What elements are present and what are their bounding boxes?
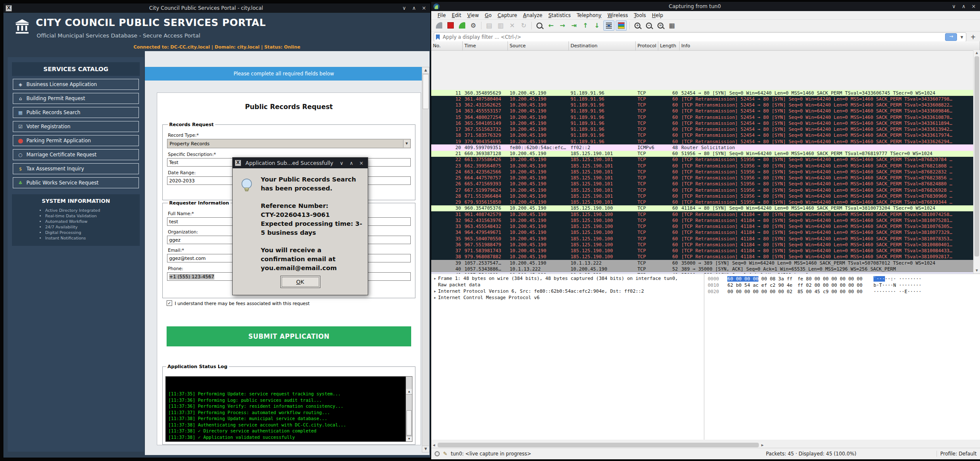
packet-list-header[interactable]: No.TimeSourceDestinationProtocolLengthIn…	[431, 41, 980, 51]
packet-row[interactable]: 24663.42356256610.200.45.190185.125.190.…	[431, 169, 974, 175]
scroll-down-icon[interactable]: ▼	[422, 446, 429, 452]
packet-list-scrollbar[interactable]: ▲ ▼	[973, 50, 980, 274]
packet-row[interactable]: 29679.93561585010.200.45.190185.125.190.…	[431, 199, 974, 205]
column-header-time[interactable]: Time	[463, 41, 508, 50]
detail-row[interactable]: ▸Frame 1: 48 bytes on wire (384 bits), 4…	[432, 276, 704, 282]
expand-arrow-icon[interactable]	[432, 282, 438, 288]
submit-application-button[interactable]: SUBMIT APPLICATION	[167, 326, 411, 346]
zoom-original-icon[interactable]: =	[655, 21, 666, 30]
sidebar-item-tax-assessment-inquiry[interactable]: $Tax Assessment Inquiry	[13, 163, 139, 174]
ok-button[interactable]: OK	[280, 276, 320, 288]
packet-row[interactable]: 16365.50410514910.200.45.19091.189.91.96…	[431, 120, 974, 126]
display-filter-box[interactable]: → ▼	[434, 32, 966, 42]
packet-row[interactable]: 12361.40758040410.200.45.19091.189.91.96…	[431, 96, 974, 102]
terminal-scroll-up-icon[interactable]: ▲	[406, 389, 412, 395]
main-scrollbar[interactable]: ▲ ▼	[422, 67, 429, 452]
hscroll-right-icon[interactable]: ▶	[760, 444, 765, 447]
add-filter-button-icon[interactable]: +	[968, 33, 977, 41]
expand-arrow-icon[interactable]: ▸	[432, 295, 438, 301]
packet-row[interactable]: 19379.90435469510.200.45.19091.189.91.96…	[431, 138, 974, 144]
capture-options-icon[interactable]: ⚙	[468, 21, 478, 30]
zoom-out-icon[interactable]: −	[644, 21, 654, 30]
packet-row[interactable]: 21660.36938712810.200.45.190185.125.190.…	[431, 151, 974, 157]
menu-item-telephony[interactable]: Telephony	[574, 12, 604, 18]
minimize-icon[interactable]: ∨	[402, 5, 406, 11]
hscroll-left-icon[interactable]: ◀	[431, 444, 437, 447]
packet-row[interactable]: 28671.55196648410.200.45.190185.125.190.…	[431, 193, 974, 199]
resize-columns-icon[interactable]: ▦	[667, 21, 677, 30]
go-first-icon[interactable]: ↑	[580, 21, 591, 30]
menu-item-tools[interactable]: Tools	[631, 12, 649, 18]
detail-row[interactable]: ▸Internet Control Message Protocol v6	[432, 295, 704, 301]
ws-close-icon[interactable]: ×	[971, 3, 976, 9]
packet-row[interactable]: 26665.47156939310.200.45.190185.125.190.…	[431, 181, 974, 187]
display-filter-input[interactable]	[442, 34, 943, 40]
hex-row[interactable]: 0000 60 00 00 00 00 08 3a fffe 80 00 00 …	[708, 276, 980, 282]
ws-minimize-icon[interactable]: ∨	[952, 3, 956, 9]
sidebar-item-marriage-certificate-request[interactable]: ○Marriage Certificate Request	[13, 149, 139, 160]
packet-row[interactable]: 30960.35470537610.200.45.190185.125.190.…	[431, 205, 974, 211]
menu-item-wireless[interactable]: Wireless	[605, 12, 631, 18]
list-scroll-down-icon[interactable]: ▼	[974, 268, 980, 274]
go-forward-icon[interactable]: →	[557, 21, 568, 30]
fees-checkbox[interactable]: ✓	[167, 300, 172, 306]
sidebar-item-building-permit-request[interactable]: ⌂Building Permit Request	[13, 93, 139, 104]
menu-item-edit[interactable]: Edit	[449, 12, 464, 18]
stop-capture-icon[interactable]	[445, 21, 455, 30]
packet-row[interactable]: 35965.50407055010.200.45.190185.125.190.…	[431, 236, 974, 242]
apply-filter-icon[interactable]: →	[945, 33, 957, 41]
packet-row[interactable]: 37971.58398174310.200.45.190185.125.190.…	[431, 248, 974, 254]
column-header-no[interactable]: No.	[431, 41, 463, 50]
chevron-down-icon[interactable]: ▼	[403, 140, 410, 147]
go-to-packet-icon[interactable]: ⇥	[569, 21, 579, 30]
packet-row[interactable]: 401057.5343886…10.1.13.22210.200.45.190T…	[431, 266, 974, 272]
find-packet-icon[interactable]	[534, 21, 545, 30]
hex-row[interactable]: 0010 62 b0 54 ac ef c2 90 4eff 02 00 00 …	[708, 282, 980, 289]
sidebar-item-parking-permit-application[interactable]: ⬤Parking Permit Application	[13, 135, 139, 146]
open-file-icon[interactable]: ▤	[484, 21, 494, 30]
save-file-icon[interactable]: ▥	[496, 21, 506, 30]
menu-item-help[interactable]: Help	[649, 12, 666, 18]
packet-row[interactable]: 22661.37558642610.200.45.190185.125.190.…	[431, 157, 974, 163]
menu-item-file[interactable]: File	[435, 12, 449, 18]
profile-text[interactable]: Profile: Default	[940, 451, 977, 457]
menu-item-view[interactable]: View	[464, 12, 482, 18]
expand-arrow-icon[interactable]: ▸	[432, 288, 438, 295]
zoom-in-icon[interactable]: +	[632, 21, 643, 30]
column-header-length[interactable]: Length	[658, 41, 680, 50]
packet-row[interactable]: 36967.55198847910.200.45.190185.125.190.…	[431, 242, 974, 248]
column-header-destination[interactable]: Destination	[569, 41, 636, 50]
packet-row[interactable]: 25664.44757075710.200.45.190185.125.190.…	[431, 175, 974, 181]
go-last-icon[interactable]: ↓	[592, 21, 602, 30]
hex-row[interactable]: 0020 00 00 00 00 00 00 00 0285 00 45 c9 …	[708, 289, 980, 295]
record-type-select[interactable]: Property Records ▼	[167, 139, 411, 148]
list-scroll-up-icon[interactable]: ▲	[974, 50, 980, 56]
close-file-icon[interactable]: ✕	[507, 21, 517, 30]
terminal-scrollbar-thumb[interactable]	[406, 410, 412, 435]
capture-comment-icon[interactable]: ✎	[443, 451, 447, 457]
menu-item-statistics[interactable]: Statistics	[545, 12, 574, 18]
packet-row[interactable]: 391057.2537547…10.200.45.19010.1.13.222T…	[431, 260, 974, 266]
close-icon[interactable]: ×	[422, 5, 426, 11]
start-capture-icon[interactable]	[434, 21, 444, 30]
list-scrollbar-thumb[interactable]	[974, 56, 979, 256]
bookmark-icon[interactable]	[436, 35, 440, 40]
sidebar-item-voter-registration[interactable]: ☑Voter Registration	[13, 121, 139, 132]
hscroll-thumb[interactable]	[438, 443, 759, 447]
column-header-protocol[interactable]: Protocol	[636, 41, 658, 50]
dialog-close-icon[interactable]: ×	[359, 160, 363, 166]
expand-arrow-icon[interactable]: ▸	[432, 276, 438, 282]
sidebar-item-business-license-application[interactable]: ◈Business License Application	[13, 79, 139, 90]
packet-row[interactable]: 15364.48002725410.200.45.19091.189.91.96…	[431, 114, 974, 120]
terminal-scrollbar[interactable]: ▲ ▼	[406, 377, 412, 441]
terminal-scroll-down-icon[interactable]: ▼	[406, 436, 412, 441]
menu-item-analyze[interactable]: Analyze	[520, 12, 545, 18]
packet-row[interactable]: 33963.45554843210.200.45.190185.125.190.…	[431, 224, 974, 230]
maximize-icon[interactable]: ∧	[412, 5, 416, 11]
filter-dropdown-icon[interactable]: ▼	[959, 35, 964, 39]
packet-row[interactable]: 27667.51997962410.200.45.190185.125.190.…	[431, 187, 974, 193]
packet-row[interactable]: 17367.55156373210.200.45.19091.189.91.96…	[431, 127, 974, 133]
scroll-up-icon[interactable]: ▲	[422, 67, 429, 74]
packet-row[interactable]: 38979.96808788210.200.45.190185.125.190.…	[431, 254, 974, 260]
packet-row[interactable]: 14363.45555315710.200.45.19091.189.91.96…	[431, 108, 974, 114]
